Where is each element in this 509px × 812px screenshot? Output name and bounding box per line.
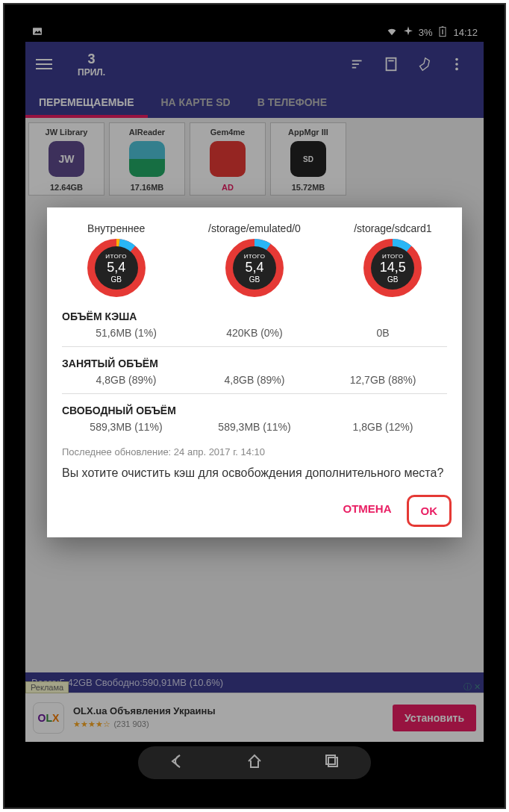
cache-header: ОБЪЁМ КЭША bbox=[62, 310, 462, 322]
storage-dialog: Внутреннее ИТОГО5,4GB /storage/emulated/… bbox=[47, 207, 462, 537]
last-updated: Последнее обновление: 24 апр. 2017 г. 14… bbox=[62, 446, 462, 457]
storage-sdcard: /storage/sdcard1 ИТОГО14,5GB bbox=[324, 222, 462, 297]
dialog-overlay[interactable]: Внутреннее ИТОГО5,4GB /storage/emulated/… bbox=[25, 22, 484, 784]
used-row: 4,8GB (89%)4,8GB (89%)12,7GB (88%) bbox=[62, 371, 447, 394]
dialog-question: Вы хотите очистить кэш для освобождения … bbox=[62, 465, 447, 481]
cancel-button[interactable]: ОТМЕНА bbox=[331, 495, 404, 527]
cache-row: 51,6MB (1%)420KB (0%)0B bbox=[62, 324, 447, 347]
storage-internal: Внутреннее ИТОГО5,4GB bbox=[47, 222, 185, 297]
free-row: 589,3MB (11%)589,3MB (11%)1,8GB (12%) bbox=[62, 418, 447, 440]
storage-emulated: /storage/emulated/0 ИТОГО5,4GB bbox=[185, 222, 323, 297]
ok-button[interactable]: OK bbox=[407, 495, 452, 527]
used-header: ЗАНЯТЫЙ ОБЪЁМ bbox=[62, 357, 462, 369]
free-header: СВОБОДНЫЙ ОБЪЁМ bbox=[62, 405, 462, 416]
